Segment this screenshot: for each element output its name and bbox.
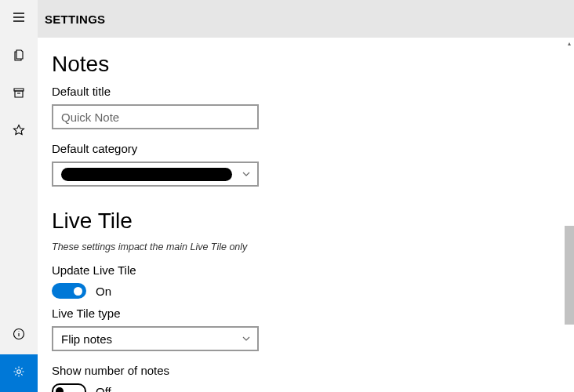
default-category-select[interactable] (52, 162, 259, 187)
sidebar-top (0, 0, 38, 317)
show-count-state: Off (96, 385, 111, 393)
archive-icon (13, 86, 25, 102)
section-heading-notes: Notes (52, 52, 560, 77)
scroll-up-button[interactable]: ▴ (565, 38, 574, 49)
sidebar-item-info[interactable] (0, 317, 38, 354)
svg-point-1 (17, 370, 21, 374)
section-heading-livetile: Live Tile (52, 209, 560, 234)
livetile-type-select[interactable]: Flip notes (52, 326, 259, 351)
update-livetile-label: Update Live Tile (52, 263, 560, 277)
default-title-input[interactable] (52, 104, 259, 129)
livetile-type-value: Flip notes (61, 332, 112, 346)
toggle-knob (74, 287, 82, 296)
show-count-label: Show number of notes (52, 364, 560, 377)
page-title: SETTINGS (45, 13, 105, 26)
livetile-subtext: These settings impact the main Live Tile… (52, 241, 560, 252)
app-window: SETTINGS Notes Default title Default cat… (0, 0, 574, 392)
show-count-toggle[interactable] (52, 383, 86, 392)
page-header: SETTINGS (38, 0, 574, 38)
info-icon (13, 328, 25, 343)
chevron-down-icon (242, 332, 251, 346)
vertical-scrollbar: ▴ (565, 38, 574, 392)
content-area: SETTINGS Notes Default title Default cat… (38, 0, 574, 392)
livetile-type-label: Live Tile type (52, 307, 560, 320)
note-copy-icon (13, 49, 25, 64)
sidebar-item-favorites[interactable] (0, 113, 38, 151)
scrollbar-thumb[interactable] (565, 226, 574, 325)
gear-icon (13, 365, 25, 381)
sidebar-item-notes[interactable] (0, 38, 38, 75)
star-icon (13, 124, 25, 140)
default-category-label: Default category (52, 142, 560, 155)
show-count-toggle-row: Off (52, 383, 560, 392)
chevron-down-icon (242, 168, 251, 181)
sidebar-item-archive[interactable] (0, 75, 38, 113)
sidebar (0, 0, 38, 392)
settings-scroll: Notes Default title Default category Liv… (38, 38, 574, 392)
update-livetile-state: On (96, 285, 111, 298)
sidebar-bottom (0, 317, 38, 392)
update-livetile-toggle[interactable] (52, 283, 86, 299)
settings-body: Notes Default title Default category Liv… (38, 38, 574, 392)
hamburger-menu-button[interactable] (0, 0, 38, 38)
update-livetile-toggle-row: On (52, 283, 560, 299)
toggle-knob (56, 387, 64, 392)
default-title-label: Default title (52, 85, 560, 98)
hamburger-icon (13, 11, 25, 27)
sidebar-item-settings[interactable] (0, 354, 38, 392)
default-category-value-redacted (61, 168, 232, 181)
